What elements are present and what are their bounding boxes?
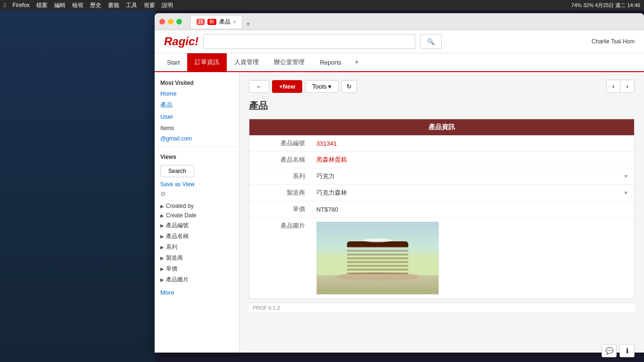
tools-button[interactable]: Tools ▾ [305,80,339,93]
menu-edit[interactable]: 編輯 [54,1,66,9]
filter-arrow-icon: ▶ [160,255,164,261]
app-content: Ragic! 🔍 Charlie Tsai Hom Start 訂單資訊 人資管… [155,30,644,353]
table-row: 產品圖片 [249,218,634,299]
filter-label: 產品圖片 [166,276,189,284]
menu-firefox[interactable]: Firefox [12,2,30,8]
mac-menu[interactable]:  Firefox 檔案 編輯 檢視 歷史 書籤 工具 視窗 說明 [4,1,173,9]
active-tab[interactable]: 25 R! 產品 × [190,15,242,28]
new-record-button[interactable]: +New [272,80,302,93]
filter-price[interactable]: ▶ 單價 [155,263,239,274]
mac-status: 74% 32% 4月25日 週二 14:46 [571,2,640,9]
comment-button[interactable]: 💬 [602,344,617,357]
bg-layer [0,10,156,362]
tab-close-icon[interactable]: × [233,19,236,25]
filter-product-name[interactable]: ▶ 產品名稱 [155,231,239,242]
save-as-view-link[interactable]: Save as View [155,180,239,189]
manufacturer-value: 巧克力森林 [316,189,347,197]
filter-arrow-icon: ▶ [160,234,164,239]
field-label-image: 產品圖片 [249,218,311,299]
close-button[interactable] [159,19,165,25]
tab-r-badge: R! [207,19,216,25]
table-row: 單價 NT$780 [249,201,634,218]
prev-record-button[interactable]: ‹ [606,80,621,93]
dropdown-arrow-icon[interactable]: ▼ [623,190,628,196]
menu-bookmarks[interactable]: 書籤 [108,1,119,9]
new-tab-button[interactable]: + [243,20,253,28]
nav-bar: Start 訂單資訊 人資管理 辦公室管理 Reports + [155,53,644,72]
sidebar-email-link[interactable]: @gmail.com [155,134,239,143]
nav-reports[interactable]: Reports [312,54,349,71]
menu-view[interactable]: 檢視 [72,1,83,9]
ragic-logo: Ragic! [164,35,198,48]
form-section-header: 產品資訊 [249,119,634,135]
table-row: 製造商 巧克力森林 ▼ [249,185,634,201]
filter-label: Create Date [166,212,197,219]
field-label-product-name: 產品名稱 [249,152,311,168]
search-input[interactable] [203,34,415,49]
filter-arrow-icon: ▶ [160,245,164,250]
menu-window[interactable]: 視窗 [144,1,155,9]
app-header: Ragic! 🔍 Charlie Tsai Hom [155,30,644,53]
sidebar-items-label: Items [155,122,239,134]
user-display: Charlie Tsai Hom [592,38,635,45]
nav-add-button[interactable]: + [349,54,364,70]
browser-chrome: 25 R! 產品 × + [155,13,644,30]
field-value-price: NT$780 [311,201,634,218]
views-title: Views [155,151,239,162]
sidebar-link-user[interactable]: User [155,111,239,122]
field-label-product-no: 產品編號 [249,135,311,152]
search-button[interactable]: 🔍 [420,34,442,49]
field-label-series: 系列 [249,168,311,185]
filter-create-date[interactable]: ▶ Create Date [155,211,239,220]
filter-created-by[interactable]: ▶ Created by [155,201,239,211]
nav-hr[interactable]: 人資管理 [227,53,266,71]
nav-office[interactable]: 辦公室管理 [266,53,312,71]
tab-date-badge: 25 [197,19,205,25]
sidebar-link-products[interactable]: 產品 [155,99,239,111]
filter-label: 系列 [166,243,177,251]
field-value-product-name[interactable]: 黑森林蛋糕 [311,152,634,168]
nav-start[interactable]: Start [159,54,187,71]
traffic-lights[interactable] [159,19,182,25]
menu-tools[interactable]: 工具 [126,1,137,9]
minimize-button[interactable] [168,19,173,25]
filter-arrow-icon: ▶ [160,213,164,218]
bottom-icons: 💬 ℹ [602,344,635,357]
field-label-price: 單價 [249,201,311,218]
more-link[interactable]: More [155,287,239,298]
table-row: 產品編號 331341 [249,135,634,152]
mac-clock: 74% 32% 4月25日 週二 14:46 [571,2,640,9]
filter-label: 單價 [166,265,177,273]
dropdown-arrow-icon[interactable]: ▼ [623,173,628,179]
toolbar-nav: ‹ › [606,80,635,93]
filter-product-no[interactable]: ▶ 產品編號 [155,220,239,231]
filter-product-image[interactable]: ▶ 產品圖片 [155,274,239,285]
field-value-image[interactable] [311,218,634,299]
filter-series[interactable]: ▶ 系列 [155,242,239,253]
menu-help[interactable]: 說明 [162,1,173,9]
maximize-button[interactable] [176,19,182,25]
menu-history[interactable]: 歷史 [90,1,101,9]
next-record-button[interactable]: › [620,80,635,93]
field-value-product-no[interactable]: 331341 [311,135,634,152]
browser-tabs: 25 R! 產品 × + [190,15,639,28]
filter-label: Created by [166,203,194,209]
info-button[interactable]: ℹ [619,344,635,357]
table-row: 系列 巧克力 ▼ [249,168,634,185]
nav-orders[interactable]: 訂單資訊 [187,53,227,71]
sidebar-link-home[interactable]: Home [155,88,239,99]
prof-version: PROF 6.1.2 [249,303,635,313]
sidebar-search-button[interactable]: Search [160,165,194,177]
menu-file[interactable]: 檔案 [36,1,48,9]
filter-label: 產品編號 [166,222,189,230]
field-value-series[interactable]: 巧克力 ▼ [311,168,634,185]
most-visited-title: Most Visited [155,77,239,88]
sidebar-gear-icon[interactable]: ⚙ [155,189,239,199]
field-value-manufacturer[interactable]: 巧克力森林 ▼ [311,185,634,201]
series-value: 巧克力 [316,172,335,181]
back-button[interactable]: ← [249,80,269,93]
filter-manufacturer[interactable]: ▶ 製造商 [155,253,239,263]
filter-arrow-icon: ▶ [160,223,164,228]
apple-icon[interactable]:  [4,2,6,8]
refresh-button[interactable]: ↻ [341,80,357,93]
